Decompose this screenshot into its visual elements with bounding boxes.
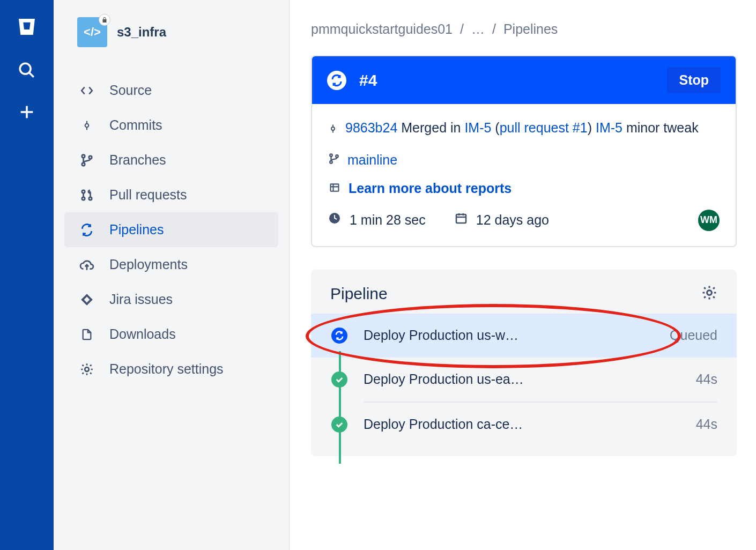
nav-label: Pipelines: [109, 222, 164, 237]
pipeline-steps-list: Deploy Production us-w… Queued Deploy Pr…: [311, 314, 737, 447]
reports-row: Learn more about reports: [328, 179, 720, 199]
svg-rect-25: [456, 214, 466, 223]
nav-source[interactable]: Source: [64, 73, 278, 108]
cloud-upload-icon: [79, 258, 94, 272]
commit-msg-suffix: minor tweak: [622, 120, 699, 135]
pipeline-title: Pipeline: [330, 285, 388, 303]
step-status-text: Queued: [670, 328, 717, 343]
svg-point-0: [20, 63, 31, 74]
svg-point-18: [330, 154, 332, 157]
gear-icon[interactable]: [701, 285, 717, 303]
success-status-icon: [331, 417, 347, 433]
commit-text: 9863b24 Merged in IM-5 (pull request #1)…: [345, 118, 699, 138]
sidebar: </> s3_infra Source Commits Branches Pul…: [54, 0, 290, 550]
paren-open: (: [491, 120, 499, 135]
search-icon[interactable]: [18, 61, 36, 81]
code-icon: </>: [84, 25, 101, 39]
nav-repo-settings[interactable]: Repository settings: [64, 352, 278, 387]
nav-pull-requests[interactable]: Pull requests: [64, 177, 278, 212]
avatar[interactable]: WM: [698, 210, 720, 231]
breadcrumb-workspace[interactable]: pmmquickstartguides01: [311, 21, 453, 37]
branch-icon: [328, 150, 340, 170]
step-name: Deploy Production us-w…: [364, 328, 670, 343]
clock-icon: [328, 210, 341, 231]
nav-label: Downloads: [109, 326, 176, 342]
svg-point-9: [89, 155, 92, 158]
pipeline-step[interactable]: Deploy Production ca-ce… 44s: [311, 403, 737, 447]
repo-header[interactable]: </> s3_infra: [77, 17, 278, 47]
svg-point-12: [89, 197, 92, 199]
svg-rect-21: [331, 184, 339, 191]
when-text: 12 days ago: [476, 210, 549, 231]
svg-point-19: [330, 161, 332, 163]
breadcrumb-current[interactable]: Pipelines: [503, 21, 558, 37]
issue-link[interactable]: IM-5: [596, 120, 622, 135]
svg-point-4: [85, 123, 89, 127]
code-brackets-icon: [79, 84, 94, 98]
running-status-icon: [331, 328, 347, 344]
breadcrumb: pmmquickstartguides01 / … / Pipelines: [311, 21, 737, 37]
repo-icon: </>: [77, 17, 107, 47]
svg-point-8: [82, 162, 85, 165]
pull-request-icon: [79, 188, 94, 202]
svg-point-10: [82, 190, 85, 192]
file-icon: [79, 328, 94, 341]
branch-icon: [79, 153, 94, 167]
breadcrumb-ellipsis[interactable]: …: [471, 21, 485, 37]
gear-icon: [79, 362, 94, 376]
branch-link[interactable]: mainline: [347, 150, 397, 170]
nav-branches[interactable]: Branches: [64, 143, 278, 177]
pipeline-head: Pipeline: [311, 285, 737, 314]
global-nav-rail: [0, 0, 54, 550]
repo-title: s3_infra: [117, 25, 166, 40]
breadcrumb-separator: /: [492, 21, 496, 37]
nav-label: Branches: [109, 152, 166, 168]
duration-text: 1 min 28 sec: [350, 210, 426, 231]
paren-close: ): [588, 120, 596, 135]
svg-point-14: [85, 367, 89, 371]
lock-icon: [99, 14, 110, 26]
commit-msg-prefix: Merged in: [397, 120, 464, 135]
nav-label: Deployments: [109, 257, 188, 272]
svg-point-11: [82, 197, 85, 199]
create-icon[interactable]: [18, 103, 36, 123]
nav-pipelines[interactable]: Pipelines: [64, 212, 278, 247]
pipeline-steps-card: Pipeline Deploy Production us-w… Queued …: [311, 270, 737, 456]
nav-jira-issues[interactable]: Jira issues: [64, 282, 278, 317]
sidebar-nav: Source Commits Branches Pull requests Pi…: [64, 73, 278, 387]
nav-label: Pull requests: [109, 187, 187, 203]
pipeline-step[interactable]: Deploy Production us-ea… 44s: [311, 358, 737, 402]
nav-label: Source: [109, 83, 152, 98]
svg-point-20: [336, 155, 338, 158]
meta-row: 1 min 28 sec 12 days ago WM: [328, 210, 720, 231]
run-header: #4 Stop: [312, 56, 736, 104]
svg-point-7: [82, 154, 85, 157]
stop-button[interactable]: Stop: [667, 67, 721, 93]
issue-link[interactable]: IM-5: [464, 120, 491, 135]
nav-label: Commits: [109, 117, 162, 133]
svg-point-15: [331, 127, 335, 130]
nav-downloads[interactable]: Downloads: [64, 317, 278, 352]
step-status-text: 44s: [696, 417, 717, 432]
commit-hash-link[interactable]: 9863b24: [345, 120, 397, 135]
jira-icon: [79, 293, 94, 307]
nav-label: Jira issues: [109, 292, 173, 307]
run-body: 9863b24 Merged in IM-5 (pull request #1)…: [312, 104, 736, 246]
main-content: pmmquickstartguides01 / … / Pipelines #4…: [290, 0, 756, 550]
nav-deployments[interactable]: Deployments: [64, 247, 278, 282]
pipelines-icon: [79, 223, 94, 237]
breadcrumb-separator: /: [460, 21, 464, 37]
run-number: #4: [359, 71, 377, 90]
success-status-icon: [331, 371, 347, 388]
commit-icon: [79, 118, 94, 132]
bitbucket-logo-icon[interactable]: [16, 16, 38, 40]
branch-row: mainline: [328, 150, 720, 170]
commit-icon: [328, 121, 338, 142]
step-name: Deploy Production us-ea…: [364, 371, 696, 387]
pipeline-step[interactable]: Deploy Production us-w… Queued: [311, 314, 737, 358]
nav-commits[interactable]: Commits: [64, 108, 278, 143]
reports-link[interactable]: Learn more about reports: [349, 179, 512, 199]
calendar-icon: [455, 210, 468, 231]
pr-link[interactable]: pull request #1: [500, 120, 588, 135]
step-status-text: 44s: [696, 371, 717, 387]
